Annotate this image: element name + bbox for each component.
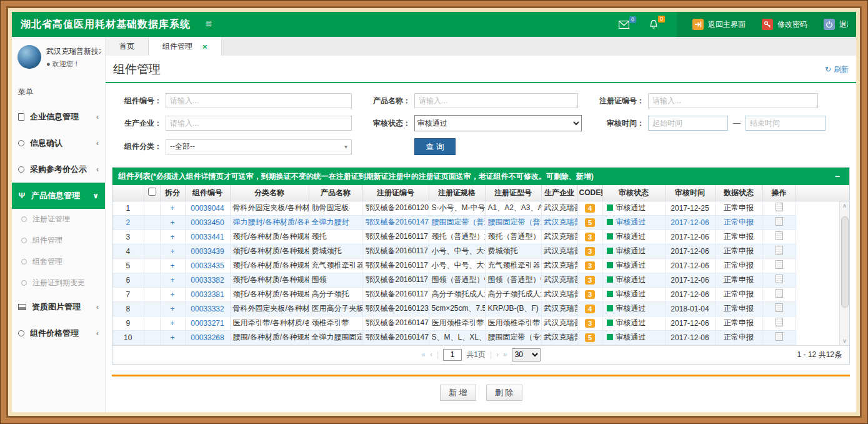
sidebar-item-1[interactable]: 信息确认‹	[12, 130, 105, 156]
split-link[interactable]: +	[160, 230, 185, 244]
split-link[interactable]: +	[160, 301, 185, 316]
refresh-button[interactable]: ↻ 刷新	[825, 64, 849, 75]
scroll-down-icon[interactable]: ∨	[842, 336, 847, 345]
table-row[interactable]: 5+00033435颈托/各种材质/各种规格充气颈椎牵引器鄂汉械备2016011…	[112, 258, 849, 273]
search-form: 组件编号： 产品名称： 注册证编号： 生产企业：	[106, 83, 856, 166]
operation[interactable]	[762, 287, 796, 301]
manufacturer-label: 生产企业：	[112, 118, 162, 129]
split-link[interactable]: +	[160, 287, 185, 301]
delete-button[interactable]: 删 除	[486, 385, 522, 401]
sidebar-item-0[interactable]: 企业信息管理‹	[12, 104, 105, 130]
sidebar-subitem-3-0[interactable]: 注册证管理	[12, 209, 105, 230]
table-row[interactable]: 8+00033332骨科外固定夹板/各种材质医用高分子夹板鄂汉械备2016012…	[112, 301, 849, 316]
sidebar-subitem-3-2[interactable]: 组套管理	[12, 251, 105, 273]
end-date-input[interactable]	[746, 116, 826, 131]
operation[interactable]	[762, 301, 796, 316]
close-tab-icon[interactable]: ×	[202, 42, 207, 51]
table-row[interactable]: 9+00033271医用牵引带/各种材质/各颈椎牵引带鄂汉械备20160147医…	[112, 316, 849, 330]
split-link[interactable]: +	[160, 273, 185, 287]
component-code-input[interactable]	[166, 93, 352, 108]
first-page-icon[interactable]: «	[421, 350, 426, 359]
component-code-link[interactable]: 00033441	[185, 230, 230, 244]
next-page-icon[interactable]: ›	[496, 350, 499, 359]
component-category-combo[interactable]: --全部-- ▾	[166, 139, 352, 154]
scroll-up-icon[interactable]: ∧	[842, 201, 847, 210]
split-link[interactable]: +	[160, 258, 185, 273]
tab-home[interactable]: 首页	[106, 37, 149, 56]
vertical-scrollbar[interactable]: ∧ ∨	[839, 201, 849, 345]
split-link[interactable]: +	[160, 316, 185, 330]
sidebar-item-3[interactable]: Ψ产品信息管理∨	[12, 183, 105, 209]
row-checkbox-cell	[144, 301, 160, 316]
split-link[interactable]: +	[160, 244, 185, 258]
page-size-select[interactable]: 30	[512, 348, 541, 361]
document-icon[interactable]	[776, 289, 783, 298]
operation[interactable]	[762, 273, 796, 287]
split-link[interactable]: +	[160, 330, 185, 345]
component-code-link[interactable]: 00033268	[185, 330, 230, 345]
component-code-link[interactable]: 00033381	[185, 287, 230, 301]
table-row[interactable]: 2+00033450弹力腰封/各种材质/各种全弹力腰封鄂汉械备20160147腰…	[112, 215, 849, 230]
sidebar-item-5[interactable]: 组件价格管理‹	[12, 320, 105, 346]
sidebar-item-2[interactable]: 采购参考价公示‹	[12, 156, 105, 183]
start-date-input[interactable]	[648, 116, 728, 131]
table-row[interactable]: 1+00039044骨科外固定夹板/各种材质肋骨固定板鄂汉械备20160120S…	[112, 201, 849, 215]
document-icon[interactable]	[776, 318, 783, 326]
operation[interactable]	[762, 244, 796, 258]
sidebar-subitem-3-3[interactable]: 注册证到期变更	[12, 273, 105, 294]
audit-status: 审核通过	[602, 244, 665, 258]
scrollbar-thumb[interactable]	[841, 216, 849, 308]
operation[interactable]	[762, 230, 796, 244]
bell-icon[interactable]: 0	[649, 20, 658, 29]
component-code-link[interactable]: 00033450	[185, 215, 230, 230]
operation[interactable]	[762, 215, 796, 230]
collapse-panel-icon[interactable]: −	[831, 171, 844, 181]
component-code-link[interactable]: 00033332	[185, 301, 230, 316]
query-button[interactable]: 查 询	[414, 138, 456, 155]
split-link[interactable]: +	[160, 201, 185, 215]
document-icon[interactable]	[776, 332, 783, 341]
logout-button[interactable]: 退出	[824, 19, 848, 30]
reg-cert-no-input[interactable]	[648, 93, 818, 108]
mail-icon[interactable]: 0	[619, 21, 629, 29]
select-all-checkbox[interactable]	[148, 188, 156, 196]
component-code-link[interactable]: 00033271	[185, 316, 230, 330]
table-row[interactable]: 10+00033268腰围/各种材质/各种规格全弹力腰围固定带鄂汉械备20160…	[112, 330, 849, 345]
table-row[interactable]: 4+00033439颈托/各种材质/各种规格费城颈托鄂汉械备20160117小号…	[112, 244, 849, 258]
add-button[interactable]: 新 增	[440, 385, 476, 401]
last-page-icon[interactable]: »	[503, 350, 507, 359]
document-icon[interactable]	[776, 275, 783, 283]
table-header-row: 拆分组件编号分类名称产品名称注册证编号注册证规格注册证型号生产企业CODE数审核…	[112, 185, 849, 201]
operation[interactable]	[762, 258, 796, 273]
sidebar-subitem-3-1[interactable]: 组件管理	[12, 230, 105, 251]
document-icon[interactable]	[776, 260, 783, 269]
change-password-button[interactable]: 修改密码	[762, 19, 807, 30]
tab-component-label: 组件管理	[162, 41, 192, 52]
component-code-link[interactable]: 00033435	[185, 258, 230, 273]
audit-status-select[interactable]: 审核通过	[414, 115, 582, 131]
document-icon[interactable]	[776, 203, 783, 211]
manufacturer-input[interactable]	[166, 116, 352, 131]
avatar[interactable]	[17, 45, 41, 69]
page-number-input[interactable]	[443, 349, 462, 361]
tab-component-management[interactable]: 组件管理 ×	[149, 37, 222, 56]
operation[interactable]	[762, 201, 796, 215]
product-name-input[interactable]	[414, 93, 578, 108]
document-icon[interactable]	[776, 246, 783, 255]
prev-page-icon[interactable]: ‹	[430, 350, 432, 359]
document-icon[interactable]	[776, 303, 783, 312]
table-row[interactable]: 6+00033382颈托/各种材质/各种规格围领鄂汉械备20160117围领（普…	[112, 273, 849, 287]
table-row[interactable]: 7+00033381颈托/各种材质/各种规格高分子颈托鄂汉械备20160117高…	[112, 287, 849, 301]
operation[interactable]	[762, 316, 796, 330]
operation[interactable]	[762, 330, 796, 345]
return-home-button[interactable]: 返回主界面	[692, 19, 746, 30]
document-icon[interactable]	[776, 217, 783, 226]
table-row[interactable]: 3+00033441颈托/各种材质/各种规格颈托鄂汉械备20160117颈托（普…	[112, 230, 849, 244]
split-link[interactable]: +	[160, 215, 185, 230]
component-code-link[interactable]: 00039044	[185, 201, 230, 215]
sidebar-item-4[interactable]: 资质图片管理‹	[12, 294, 105, 320]
component-code-link[interactable]: 00033439	[185, 244, 230, 258]
hamburger-menu-icon[interactable]: ≡	[206, 18, 212, 31]
document-icon[interactable]	[776, 231, 783, 240]
component-code-link[interactable]: 00033382	[185, 273, 230, 287]
